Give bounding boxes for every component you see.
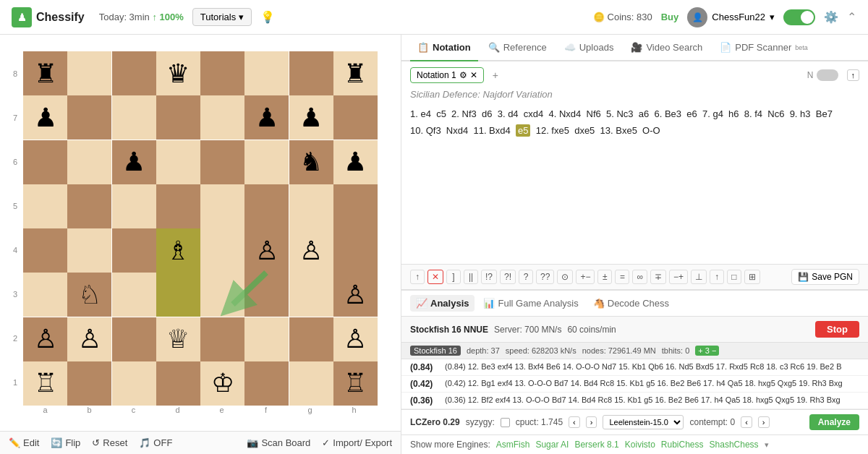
ann-black-decisive[interactable]: −+ (669, 270, 688, 284)
moves-text[interactable]: 1. e4 c5 2. Nf3 d6 3. d4 cxd4 4. Nxd4 Nf… (410, 106, 859, 140)
edit-button[interactable]: ✏️ Edit (9, 437, 39, 448)
ann-blunder[interactable]: ?? (536, 270, 554, 284)
square-d8[interactable]: ♛ (156, 51, 200, 95)
square-d4[interactable]: ♗ (156, 228, 200, 273)
engine-link-shashchess[interactable]: ShashChess (710, 440, 759, 450)
tab-uploads[interactable]: ☁️ Uploads (557, 35, 621, 61)
square-f7[interactable]: ♟ (244, 95, 289, 140)
square-h6[interactable]: ♟ (333, 140, 378, 184)
square-a5[interactable] (23, 184, 67, 228)
square-g1[interactable] (289, 361, 333, 406)
square-h2[interactable]: ♙ (333, 317, 378, 361)
ann-unclear[interactable]: ∞ (632, 270, 647, 284)
cpuct-prev[interactable]: ‹ (569, 416, 580, 428)
square-h7[interactable] (333, 95, 378, 140)
square-c7[interactable] (112, 95, 156, 140)
square-c1[interactable] (112, 361, 156, 406)
square-b4[interactable] (67, 228, 111, 273)
square-a6[interactable] (23, 140, 67, 184)
line-moves-2[interactable]: (0.42) 12. Bg1 exf4 13. O-O-O Bd7 14. Bd… (445, 379, 843, 387)
save-pgn-button[interactable]: 💾 Save PGN (791, 269, 859, 285)
engine-link-berserk[interactable]: Berserk 8.1 (574, 440, 618, 450)
ann-bracket[interactable]: ] (446, 270, 461, 284)
scan-board-button[interactable]: 📷 Scan Board (247, 437, 310, 448)
settings-icon[interactable]: ⚙️ (824, 10, 838, 24)
ann-development[interactable]: ↑ (710, 270, 724, 284)
stop-button[interactable]: Stop (815, 321, 859, 338)
square-a7[interactable]: ♟ (23, 95, 67, 140)
square-c5[interactable] (112, 184, 156, 228)
sound-toggle[interactable]: 🎵 OFF (139, 437, 172, 448)
contempt-prev[interactable]: ‹ (741, 416, 752, 428)
add-notation-tab[interactable]: + (487, 67, 504, 83)
square-d7[interactable] (156, 95, 200, 140)
contempt-next[interactable]: › (758, 416, 770, 428)
highlighted-move[interactable]: e5 (516, 124, 530, 137)
tab-pdf-scanner[interactable]: 📄 PDF Scanner beta (712, 35, 815, 61)
tab-decode-chess[interactable]: 🐴 Decode Chess (587, 295, 675, 312)
ann-file[interactable]: □ (727, 270, 741, 284)
square-d5[interactable] (156, 184, 200, 228)
import-export-button[interactable]: ✓ Import/ Export (322, 437, 392, 448)
square-h3[interactable]: ♙ (333, 273, 378, 317)
ann-dubious[interactable]: ?! (500, 270, 516, 284)
square-c4[interactable] (112, 228, 156, 273)
square-d6[interactable] (156, 140, 200, 184)
ann-mistake[interactable]: ? (519, 270, 533, 284)
square-a3[interactable] (23, 273, 67, 317)
square-c8[interactable] (112, 51, 156, 95)
notation-tab-1[interactable]: Notation 1 ⚙ ✕ (410, 67, 484, 83)
square-e6[interactable] (200, 140, 244, 184)
square-d2[interactable]: ♕ (156, 317, 200, 361)
ann-equal[interactable]: = (615, 270, 629, 284)
square-g8[interactable] (289, 51, 333, 95)
buy-button[interactable]: Buy (661, 12, 679, 22)
ann-delete[interactable]: ✕ (427, 270, 443, 284)
user-menu[interactable]: 👤 ChessFun22 ▾ (687, 7, 775, 27)
square-a2[interactable]: ♙ (23, 317, 67, 361)
square-f4[interactable]: ♙ (244, 228, 289, 273)
ann-pause[interactable]: || (464, 270, 478, 284)
syzygy-checkbox[interactable] (501, 418, 510, 427)
engine-link-rubichess[interactable]: RubiChess (661, 440, 704, 450)
notation-mini-toggle[interactable] (817, 69, 838, 81)
tab-reference[interactable]: 🔍 Reference (481, 35, 554, 61)
square-b3[interactable]: ♘ (67, 273, 111, 317)
tab-video-search[interactable]: 🎥 Video Search (624, 35, 710, 61)
reset-button[interactable]: ↺ Reset (92, 437, 127, 448)
square-e1[interactable]: ♔ (200, 361, 244, 406)
square-g2[interactable] (289, 317, 333, 361)
theme-toggle[interactable] (783, 9, 815, 25)
square-h5[interactable] (333, 184, 378, 228)
square-b6[interactable] (67, 140, 111, 184)
square-g6[interactable]: ♞ (289, 140, 333, 184)
square-b8[interactable] (67, 51, 111, 95)
square-f1[interactable] (244, 361, 289, 406)
line-moves-1[interactable]: (0.84) 12. Be3 exf4 13. Bxf4 Be6 14. O-O… (445, 362, 841, 371)
square-a1[interactable]: ♖ (23, 361, 67, 406)
square-g5[interactable] (289, 184, 333, 228)
square-e5[interactable] (200, 184, 244, 228)
square-e4[interactable] (200, 228, 244, 273)
square-c6[interactable]: ♟ (112, 140, 156, 184)
tab-analysis[interactable]: 📈 Analysis (410, 295, 475, 312)
ann-position[interactable]: ⊞ (744, 270, 760, 284)
ann-white-better[interactable]: ± (597, 270, 612, 284)
ann-interesting[interactable]: !? (481, 270, 497, 284)
flip-button[interactable]: 🔄 Flip (51, 437, 80, 448)
collapse-icon[interactable]: ⌃ (847, 10, 856, 24)
square-h1[interactable]: ♖ (333, 361, 378, 406)
engine-link-sugurai[interactable]: Sugar AI (535, 440, 569, 450)
engine-link-koivisto[interactable]: Koivisto (625, 440, 655, 450)
chess-board[interactable]: ♜ ♛ ♜ ♟ ♟ ♟ (23, 51, 378, 406)
ann-space[interactable]: ⊥ (691, 270, 707, 284)
square-h4[interactable] (333, 228, 378, 273)
cpuct-next[interactable]: › (586, 416, 597, 428)
analyze-button[interactable]: Analyze (809, 414, 859, 430)
square-b5[interactable] (67, 184, 111, 228)
square-e7[interactable] (200, 95, 244, 140)
square-d3[interactable] (156, 273, 200, 317)
square-b7[interactable] (67, 95, 111, 140)
settings-small-icon[interactable]: ⚙ (459, 70, 467, 80)
square-a8[interactable]: ♜ (23, 51, 67, 95)
